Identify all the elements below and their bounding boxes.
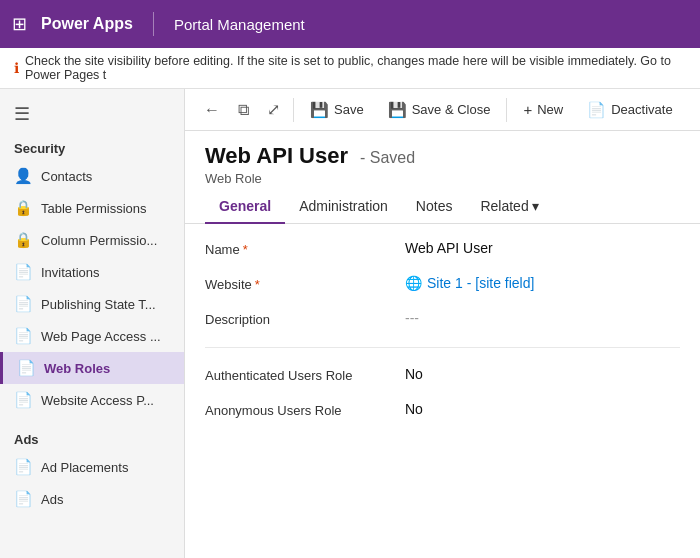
grid-icon[interactable]: ⊞ [12, 13, 27, 35]
value-website[interactable]: 🌐 Site 1 - [site field] [405, 275, 680, 291]
new-label: New [537, 102, 563, 117]
chevron-down-icon: ▾ [532, 198, 539, 214]
value-anonymous-users: No [405, 401, 680, 417]
table-permissions-icon: 🔒 [14, 199, 33, 217]
new-icon: + [523, 101, 532, 118]
sidebar-label-table-permissions: Table Permissions [41, 201, 147, 216]
deactivate-label: Deactivate [611, 102, 672, 117]
form-row-authenticated-users: Authenticated Users Role No [205, 366, 680, 383]
sidebar-item-contacts[interactable]: 👤 Contacts [0, 160, 184, 192]
save-label: Save [334, 102, 364, 117]
form-row-website: Website* 🌐 Site 1 - [site field] [205, 275, 680, 292]
sidebar-label-web-page-access: Web Page Access ... [41, 329, 161, 344]
value-authenticated-users: No [405, 366, 680, 382]
invitations-icon: 📄 [14, 263, 33, 281]
label-name: Name* [205, 240, 405, 257]
tab-related-label: Related [480, 198, 528, 214]
record-header: Web API User - Saved Web Role [185, 131, 700, 190]
web-roles-icon: 📄 [17, 359, 36, 377]
tab-related[interactable]: Related ▾ [466, 190, 552, 224]
tab-notes[interactable]: Notes [402, 190, 467, 224]
required-indicator-website: * [255, 277, 260, 292]
info-icon: ℹ [14, 60, 19, 76]
sidebar-label-contacts: Contacts [41, 169, 92, 184]
website-access-icon: 📄 [14, 391, 33, 409]
label-website: Website* [205, 275, 405, 292]
warning-bar: ℹ Check the site visibility before editi… [0, 48, 700, 89]
main-layout: ☰ Security 👤 Contacts 🔒 Table Permission… [0, 89, 700, 558]
tab-general[interactable]: General [205, 190, 285, 224]
record-subtitle: Web Role [205, 171, 680, 186]
sidebar-item-publishing-state[interactable]: 📄 Publishing State T... [0, 288, 184, 320]
hamburger-icon[interactable]: ☰ [0, 97, 184, 135]
sidebar-label-column-permissions: Column Permissio... [41, 233, 157, 248]
record-saved-status: - Saved [360, 149, 415, 166]
content-area: ← ⧉ ⤢ 💾 Save 💾 Save & Close + New 📄 Deac… [185, 89, 700, 558]
form-row-anonymous-users: Anonymous Users Role No [205, 401, 680, 418]
toolbar-separator-2 [506, 98, 507, 122]
topbar-divider [153, 12, 154, 36]
form-section-main: Name* Web API User Website* 🌐 Site 1 - [… [205, 240, 680, 327]
save-icon: 💾 [310, 101, 329, 119]
required-indicator-name: * [243, 242, 248, 257]
app-name: Power Apps [41, 15, 133, 33]
sidebar-label-web-roles: Web Roles [44, 361, 110, 376]
save-close-button[interactable]: 💾 Save & Close [378, 96, 501, 124]
record-title: Web API User [205, 143, 348, 168]
ad-placements-icon: 📄 [14, 458, 33, 476]
warning-text: Check the site visibility before editing… [25, 54, 686, 82]
tab-administration[interactable]: Administration [285, 190, 402, 224]
sidebar-item-ads[interactable]: 📄 Ads [0, 483, 184, 515]
sidebar-item-column-permissions[interactable]: 🔒 Column Permissio... [0, 224, 184, 256]
sidebar-item-website-access[interactable]: 📄 Website Access P... [0, 384, 184, 416]
sidebar-label-ads: Ads [41, 492, 63, 507]
form-row-name: Name* Web API User [205, 240, 680, 257]
sidebar: ☰ Security 👤 Contacts 🔒 Table Permission… [0, 89, 185, 558]
label-authenticated-users: Authenticated Users Role [205, 366, 405, 383]
sidebar-item-ad-placements[interactable]: 📄 Ad Placements [0, 451, 184, 483]
module-name: Portal Management [174, 16, 305, 33]
sidebar-label-publishing-state: Publishing State T... [41, 297, 156, 312]
sidebar-label-invitations: Invitations [41, 265, 100, 280]
save-close-label: Save & Close [412, 102, 491, 117]
sidebar-item-web-roles[interactable]: 📄 Web Roles [0, 352, 184, 384]
open-new-window-button[interactable]: ⤢ [260, 95, 287, 124]
contacts-icon: 👤 [14, 167, 33, 185]
new-button[interactable]: + New [513, 96, 573, 123]
toolbar-separator-1 [293, 98, 294, 122]
publishing-state-icon: 📄 [14, 295, 33, 313]
sidebar-item-invitations[interactable]: 📄 Invitations [0, 256, 184, 288]
sidebar-section-ads: Ads [0, 426, 184, 451]
save-close-icon: 💾 [388, 101, 407, 119]
toolbar: ← ⧉ ⤢ 💾 Save 💾 Save & Close + New 📄 Deac… [185, 89, 700, 131]
column-permissions-icon: 🔒 [14, 231, 33, 249]
form-divider [205, 347, 680, 348]
sidebar-section-security: Security [0, 135, 184, 160]
back-button[interactable]: ← [197, 96, 227, 124]
label-description: Description [205, 310, 405, 327]
sidebar-item-table-permissions[interactable]: 🔒 Table Permissions [0, 192, 184, 224]
value-name: Web API User [405, 240, 680, 256]
globe-icon: 🌐 [405, 275, 422, 291]
topbar: ⊞ Power Apps Portal Management [0, 0, 700, 48]
tabs: General Administration Notes Related ▾ [185, 190, 700, 224]
sidebar-item-web-page-access[interactable]: 📄 Web Page Access ... [0, 320, 184, 352]
ads-icon: 📄 [14, 490, 33, 508]
sidebar-label-ad-placements: Ad Placements [41, 460, 128, 475]
sidebar-label-website-access: Website Access P... [41, 393, 154, 408]
website-link-text[interactable]: Site 1 - [site field] [427, 275, 534, 291]
record-title-row: Web API User - Saved [205, 143, 680, 169]
deactivate-icon: 📄 [587, 101, 606, 119]
form-content: Name* Web API User Website* 🌐 Site 1 - [… [185, 224, 700, 558]
value-description: --- [405, 310, 680, 326]
deactivate-button[interactable]: 📄 Deactivate [577, 96, 682, 124]
form-section-roles: Authenticated Users Role No Anonymous Us… [205, 366, 680, 418]
label-anonymous-users: Anonymous Users Role [205, 401, 405, 418]
form-row-description: Description --- [205, 310, 680, 327]
web-page-access-icon: 📄 [14, 327, 33, 345]
copy-button[interactable]: ⧉ [231, 96, 256, 124]
save-button[interactable]: 💾 Save [300, 96, 374, 124]
